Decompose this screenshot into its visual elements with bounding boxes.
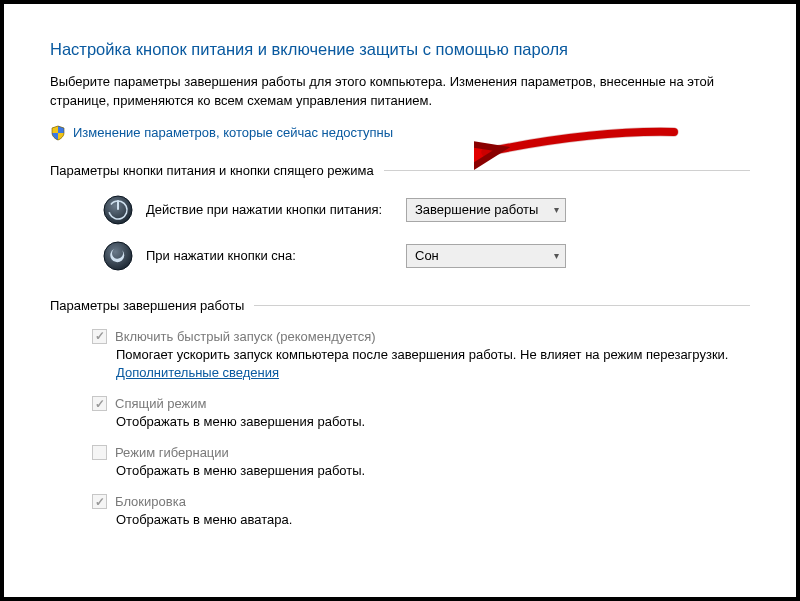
power-button-action-row: Действие при нажатии кнопки питания: Зав… xyxy=(50,194,750,226)
select-value: Сон xyxy=(415,248,439,263)
fast-startup-more-link[interactable]: Дополнительные сведения xyxy=(116,365,279,380)
power-button-action-select[interactable]: Завершение работы ▾ xyxy=(406,198,566,222)
sleep-option: Спящий режим Отображать в меню завершени… xyxy=(92,396,750,431)
section-label: Параметры завершения работы xyxy=(50,298,244,313)
change-unavailable-settings-link[interactable]: Изменение параметров, которые сейчас нед… xyxy=(73,125,393,140)
section-power-sleep-buttons: Параметры кнопки питания и кнопки спящег… xyxy=(50,163,750,178)
sleep-title: Спящий режим xyxy=(115,396,207,411)
hibernate-checkbox xyxy=(92,445,107,460)
fast-startup-checkbox xyxy=(92,329,107,344)
sleep-button-action-select[interactable]: Сон ▾ xyxy=(406,244,566,268)
intro-text: Выберите параметры завершения работы для… xyxy=(50,73,750,111)
sleep-desc: Отображать в меню завершения работы. xyxy=(92,413,750,431)
power-button-label: Действие при нажатии кнопки питания: xyxy=(146,202,406,217)
select-value: Завершение работы xyxy=(415,202,538,217)
lock-option: Блокировка Отображать в меню аватара. xyxy=(92,494,750,529)
fast-startup-title: Включить быстрый запуск (рекомендуется) xyxy=(115,329,376,344)
svg-point-3 xyxy=(104,242,132,270)
fast-startup-desc: Помогает ускорить запуск компьютера посл… xyxy=(92,346,750,382)
uac-change-settings-row: Изменение параметров, которые сейчас нед… xyxy=(50,125,750,141)
uac-shield-icon xyxy=(50,125,66,141)
lock-checkbox xyxy=(92,494,107,509)
hibernate-option: Режим гибернации Отображать в меню завер… xyxy=(92,445,750,480)
lock-title: Блокировка xyxy=(115,494,186,509)
page-title: Настройка кнопок питания и включение защ… xyxy=(50,40,750,59)
sleep-button-action-row: При нажатии кнопки сна: Сон ▾ xyxy=(50,240,750,272)
power-button-icon xyxy=(102,194,134,226)
hibernate-title: Режим гибернации xyxy=(115,445,229,460)
chevron-down-icon: ▾ xyxy=(554,250,559,261)
lock-desc: Отображать в меню аватара. xyxy=(92,511,750,529)
shutdown-options-list: Включить быстрый запуск (рекомендуется) … xyxy=(50,329,750,530)
system-settings-panel: Настройка кнопок питания и включение защ… xyxy=(4,4,796,597)
sleep-button-icon xyxy=(102,240,134,272)
hibernate-desc: Отображать в меню завершения работы. xyxy=(92,462,750,480)
fast-startup-option: Включить быстрый запуск (рекомендуется) … xyxy=(92,329,750,382)
section-shutdown-settings: Параметры завершения работы xyxy=(50,298,750,313)
divider xyxy=(254,305,750,306)
sleep-button-label: При нажатии кнопки сна: xyxy=(146,248,406,263)
section-label: Параметры кнопки питания и кнопки спящег… xyxy=(50,163,374,178)
divider xyxy=(384,170,750,171)
chevron-down-icon: ▾ xyxy=(554,204,559,215)
sleep-checkbox xyxy=(92,396,107,411)
